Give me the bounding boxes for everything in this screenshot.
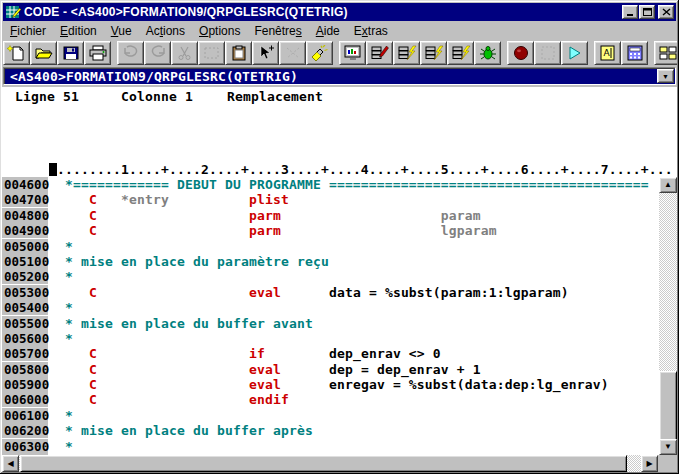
document-selector[interactable]: <AS400>FORMATION9/QRPGLESRC(QTETRIG) ▼ (3, 67, 676, 85)
editor-profile-button[interactable]: A (594, 41, 621, 65)
verify-icon (370, 45, 390, 61)
scroll-up-button[interactable]: ▲ (659, 177, 677, 193)
code-line-text: * (49, 300, 73, 315)
editor-client-area: Ligne 51 Colonne 1 Remplacement ........… (2, 87, 677, 455)
combo-dropdown-button[interactable]: ▼ (657, 69, 674, 83)
code-line-text: C parm lgparam (49, 223, 497, 238)
properties-button[interactable] (621, 41, 648, 65)
code-line-text: C endif (49, 392, 289, 407)
compile-icon (424, 45, 444, 61)
tile-windows-button[interactable] (654, 41, 677, 65)
code-lines: 004600 *============ DEBUT DU PROGRAMME … (2, 177, 677, 455)
close-button[interactable] (658, 5, 674, 19)
compile-check-button[interactable] (393, 41, 420, 65)
run-button[interactable] (561, 41, 588, 65)
menu-edition[interactable]: Edition (53, 23, 104, 39)
record-button[interactable] (507, 41, 534, 65)
verify-button[interactable] (366, 41, 393, 65)
save-button[interactable] (57, 41, 84, 65)
line-sequence-number: 005100 (2, 254, 48, 269)
code-line[interactable]: 005000 * (2, 239, 677, 254)
code-line[interactable]: 005500 * mise en place du buffer avant (2, 316, 677, 331)
code-line-text: *============ DEBUT DU PROGRAMME =======… (49, 177, 649, 192)
scroll-down-button[interactable]: ▼ (659, 439, 677, 455)
status-line: Ligne 51 Colonne 1 Remplacement (2, 87, 677, 162)
code-line[interactable]: 004700 C *entry plist (2, 192, 677, 207)
clearmk-icon (283, 45, 303, 61)
code-line[interactable]: 005300 C eval data = %subst(param:1:lgpa… (2, 285, 677, 300)
lpex-monitor-button[interactable] (339, 41, 366, 65)
menu-fentres[interactable]: Fenêtres (247, 23, 308, 39)
line-sequence-number: 004700 (2, 192, 48, 207)
window-title: CODE - <AS400>FORMATION9/QRPGLESRC(QTETR… (24, 5, 621, 19)
line-sequence-number: 005000 (2, 239, 48, 254)
code-editor[interactable]: 004600 *============ DEBUT DU PROGRAMME … (2, 177, 677, 455)
code-line[interactable]: 006200 * mise en place du buffer après (2, 423, 677, 438)
code-line[interactable]: 005100 * mise en place du paramètre reçu (2, 254, 677, 269)
chevron-down-icon: ▼ (662, 73, 669, 80)
maximize-button[interactable] (639, 5, 655, 19)
find-button[interactable] (306, 41, 333, 65)
app-icon (5, 4, 21, 20)
print-button[interactable] (84, 41, 111, 65)
code-line-text: * (49, 331, 73, 346)
horizontal-scrollbar[interactable]: ◀ ▶ (2, 455, 677, 472)
open-file-button[interactable] (30, 41, 57, 65)
code-line[interactable]: 005700 C if dep_enrav <> 0 (2, 346, 677, 361)
column-ruler: ........1....+....2....+....3....+....4.… (2, 162, 677, 177)
code-line[interactable]: 004800 C parm param (2, 208, 677, 223)
line-sequence-number: 005200 (2, 269, 48, 284)
paste-button[interactable] (225, 41, 252, 65)
compile-button[interactable] (420, 41, 447, 65)
code-line[interactable]: 004600 *============ DEBUT DU PROGRAMME … (2, 177, 677, 192)
menu-extras[interactable]: Extras (347, 23, 395, 39)
code-line[interactable]: 005600 * (2, 331, 677, 346)
code-line-text: C if dep_enrav <> 0 (49, 346, 441, 361)
record-icon (511, 45, 531, 61)
code-line-text: C eval enregav = %subst(data:dep:lg_enra… (49, 377, 609, 392)
line-sequence-number: 006200 (2, 423, 48, 438)
title-bar[interactable]: CODE - <AS400>FORMATION9/QRPGLESRC(QTETR… (3, 3, 676, 21)
menu-aide[interactable]: Aide (309, 23, 347, 39)
code-line[interactable]: 006100 * (2, 408, 677, 423)
line-sequence-number: 005600 (2, 331, 48, 346)
ruler-scale: ........1....+....2....+....3....+....4.… (57, 162, 673, 177)
code-line[interactable]: 005800 C eval dep = dep_enrav + 1 (2, 362, 677, 377)
code-line-text: C eval dep = dep_enrav + 1 (49, 362, 481, 377)
debug-icon (478, 45, 498, 61)
menu-actions[interactable]: Actions (139, 23, 192, 39)
code-line[interactable]: 005900 C eval enregav = %subst(data:dep:… (2, 377, 677, 392)
text-cursor (49, 163, 57, 176)
code-line[interactable]: 006000 C endif (2, 392, 677, 407)
triangle-left-icon: ◀ (7, 460, 13, 468)
minimize-button[interactable] (622, 5, 638, 19)
vertical-scrollbar[interactable]: ▲ ▼ (659, 177, 677, 455)
undo-icon (121, 45, 141, 61)
cut-button (171, 41, 198, 65)
code-line-text: * (49, 269, 73, 284)
status-insert-mode: Remplacement (227, 89, 323, 104)
line-sequence-number: 005300 (2, 285, 48, 300)
new-file-button[interactable] (3, 41, 30, 65)
code-line-text: * (49, 439, 73, 454)
code-line-text: C *entry plist (49, 192, 289, 207)
scroll-right-button[interactable]: ▶ (641, 455, 658, 472)
scroll-left-button[interactable]: ◀ (2, 455, 19, 472)
status-column-number: Colonne 1 (121, 89, 193, 104)
compile-submit-button[interactable] (447, 41, 474, 65)
code-line[interactable]: 006300 * (2, 439, 677, 454)
paste-icon (229, 45, 249, 61)
unmark-button (279, 41, 306, 65)
document-selector-value: <AS400>FORMATION9/QRPGLESRC(QTETRIG) (10, 69, 298, 84)
code-line[interactable]: 005400 * (2, 300, 677, 315)
menu-options[interactable]: Options (192, 23, 247, 39)
monitor-icon (343, 45, 363, 61)
code-line[interactable]: 005200 * (2, 269, 677, 284)
select-button[interactable] (252, 41, 279, 65)
menu-vue[interactable]: Vue (104, 23, 139, 39)
horizontal-scroll-thumb[interactable] (20, 455, 627, 472)
menu-fichier[interactable]: Fichier (3, 23, 53, 39)
debug-button[interactable] (474, 41, 501, 65)
line-sequence-number: 004900 (2, 223, 48, 238)
code-line[interactable]: 004900 C parm lgparam (2, 223, 677, 238)
